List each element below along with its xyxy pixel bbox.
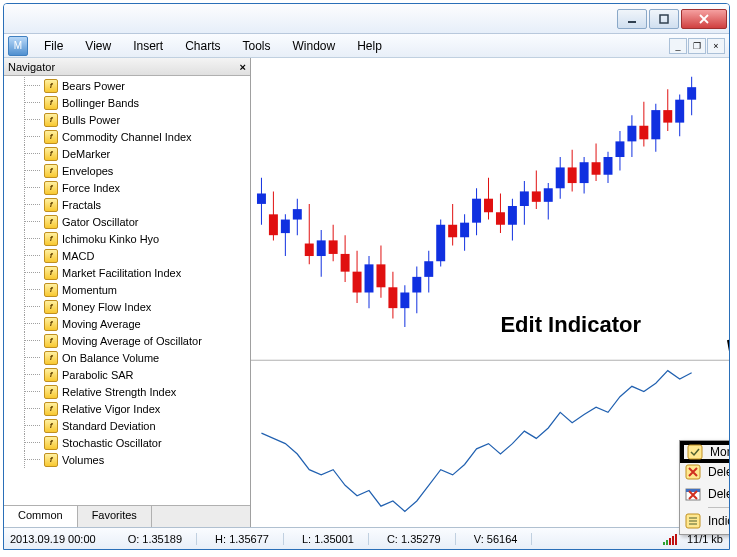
svg-rect-14 — [317, 240, 326, 256]
tree-item[interactable]: fMoving Average of Oscillator — [4, 332, 250, 349]
tree-item[interactable]: fBears Power — [4, 77, 250, 94]
status-bar: 2013.09.19 00:00 O: 1.35189 H: 1.35677 L… — [4, 527, 729, 549]
tree-item[interactable]: fStochastic Oscillator — [4, 434, 250, 451]
status-close: C: 1.35279 — [373, 533, 456, 545]
svg-rect-18 — [341, 254, 350, 272]
tree-item[interactable]: fFractals — [4, 196, 250, 213]
navigator-close-icon[interactable]: × — [240, 61, 246, 73]
menu-tools[interactable]: Tools — [233, 37, 281, 55]
svg-rect-48 — [520, 191, 529, 206]
tree-item-label: Force Index — [62, 182, 120, 194]
svg-rect-72 — [663, 110, 672, 123]
menu-view[interactable]: View — [75, 37, 121, 55]
indicator-icon: f — [44, 351, 58, 365]
workspace: Navigator × fBears PowerfBollinger Bands… — [4, 58, 729, 527]
ctx-indicators-list[interactable]: Indicators List Ctrl+I — [682, 510, 730, 532]
tree-item[interactable]: fMoney Flow Index — [4, 298, 250, 315]
tree-item[interactable]: fMoving Average — [4, 315, 250, 332]
delete-indicator-icon — [684, 463, 702, 481]
title-bar — [4, 4, 729, 34]
chart-canvas[interactable] — [251, 58, 729, 527]
tree-item[interactable]: fEnvelopes — [4, 162, 250, 179]
tree-item[interactable]: fRelative Strength Index — [4, 383, 250, 400]
svg-rect-12 — [305, 244, 314, 257]
tree-item[interactable]: fForce Index — [4, 179, 250, 196]
indicator-icon: f — [44, 164, 58, 178]
connection-bars-icon — [663, 533, 677, 545]
ctx-indicators-list-label: Indicators List — [708, 514, 730, 528]
mdi-close-button[interactable]: × — [707, 38, 725, 54]
tree-item[interactable]: fMACD — [4, 247, 250, 264]
tree-item[interactable]: fIchimoku Kinko Hyo — [4, 230, 250, 247]
svg-rect-28 — [400, 293, 409, 309]
tree-item-label: Parabolic SAR — [62, 369, 134, 381]
tree-item[interactable]: fGator Oscillator — [4, 213, 250, 230]
tree-item[interactable]: fBulls Power — [4, 111, 250, 128]
tree-item-label: Relative Vigor Index — [62, 403, 160, 415]
svg-rect-6 — [269, 214, 278, 235]
svg-rect-8 — [281, 220, 290, 234]
tree-item[interactable]: fStandard Deviation — [4, 417, 250, 434]
menu-insert[interactable]: Insert — [123, 37, 173, 55]
indicator-icon: f — [44, 419, 58, 433]
ctx-properties[interactable]: Momentum(14) properties... — [680, 441, 730, 463]
svg-rect-4 — [257, 193, 266, 203]
tree-item-label: Relative Strength Index — [62, 386, 176, 398]
maximize-button[interactable] — [649, 9, 679, 29]
status-low: L: 1.35001 — [288, 533, 369, 545]
properties-icon — [686, 443, 704, 461]
tree-item-label: Bears Power — [62, 80, 125, 92]
tree-item-label: Stochastic Oscillator — [62, 437, 162, 449]
tree-item[interactable]: fMarket Facilitation Index — [4, 264, 250, 281]
svg-rect-46 — [508, 206, 517, 225]
indicator-icon: f — [44, 147, 58, 161]
menu-help[interactable]: Help — [347, 37, 392, 55]
tree-item[interactable]: fVolumes — [4, 451, 250, 468]
ctx-delete-indicator[interactable]: Delete Indicator — [682, 461, 730, 483]
svg-rect-52 — [544, 188, 553, 202]
svg-rect-30 — [412, 277, 421, 293]
tab-favorites[interactable]: Favorites — [78, 506, 152, 527]
tree-item-label: Moving Average — [62, 318, 141, 330]
navigator-tree[interactable]: fBears PowerfBollinger BandsfBulls Power… — [4, 76, 250, 505]
app-window: M File View Insert Charts Tools Window H… — [3, 3, 730, 550]
tree-item[interactable]: fDeMarker — [4, 145, 250, 162]
tree-item-label: Market Facilitation Index — [62, 267, 181, 279]
indicator-icon: f — [44, 215, 58, 229]
indicator-icon: f — [44, 334, 58, 348]
tree-item-label: MACD — [62, 250, 94, 262]
svg-rect-42 — [484, 199, 493, 213]
menu-charts[interactable]: Charts — [175, 37, 230, 55]
mdi-minimize-button[interactable]: _ — [669, 38, 687, 54]
tree-item[interactable]: fMomentum — [4, 281, 250, 298]
indicator-icon: f — [44, 181, 58, 195]
svg-rect-26 — [388, 287, 397, 308]
indicator-icon: f — [44, 300, 58, 314]
minimize-button[interactable] — [617, 9, 647, 29]
tree-item-label: Momentum — [62, 284, 117, 296]
svg-rect-68 — [639, 126, 648, 140]
tree-item[interactable]: fRelative Vigor Index — [4, 400, 250, 417]
tree-item-label: Bollinger Bands — [62, 97, 139, 109]
tab-common[interactable]: Common — [4, 506, 78, 527]
tree-item[interactable]: fParabolic SAR — [4, 366, 250, 383]
tree-item[interactable]: fCommodity Channel Index — [4, 128, 250, 145]
svg-rect-54 — [556, 167, 565, 188]
chart-area[interactable]: Edit Indicator Momentum(14) properties..… — [251, 58, 729, 527]
svg-rect-20 — [353, 272, 362, 293]
svg-rect-38 — [460, 223, 469, 238]
tree-item[interactable]: fOn Balance Volume — [4, 349, 250, 366]
svg-rect-80 — [686, 489, 700, 492]
mdi-restore-button[interactable]: ❐ — [688, 38, 706, 54]
app-icon: M — [8, 36, 28, 56]
tree-item[interactable]: fBollinger Bands — [4, 94, 250, 111]
menu-file[interactable]: File — [34, 37, 73, 55]
ctx-delete-window[interactable]: Delete Indicator Window — [682, 483, 730, 505]
menu-window[interactable]: Window — [283, 37, 346, 55]
indicators-list-icon — [684, 512, 702, 530]
tree-item-label: On Balance Volume — [62, 352, 159, 364]
indicator-icon: f — [44, 198, 58, 212]
close-button[interactable] — [681, 9, 727, 29]
svg-rect-10 — [293, 209, 302, 219]
tree-item-label: Envelopes — [62, 165, 113, 177]
